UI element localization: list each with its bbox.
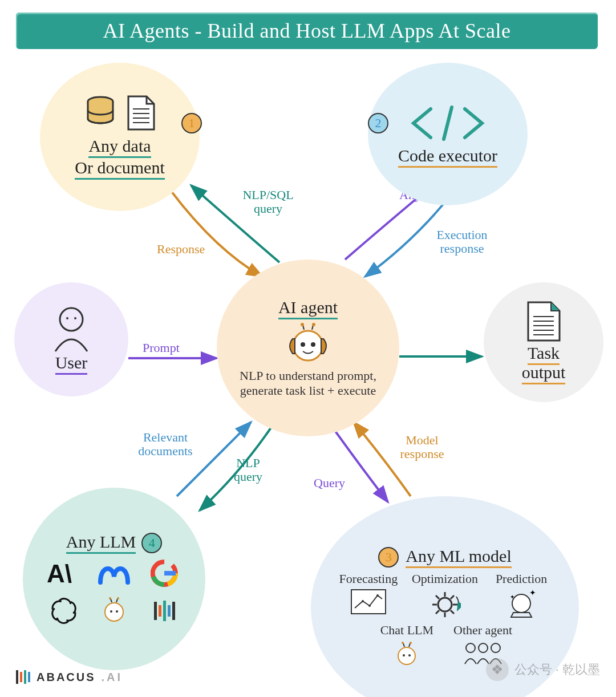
svg-rect-33 — [168, 605, 171, 617]
svg-point-39 — [438, 598, 452, 611]
svg-line-47 — [436, 610, 439, 614]
svg-point-36 — [362, 600, 364, 602]
ml-chat-llm: Chat LLM — [378, 623, 436, 668]
svg-line-5 — [444, 107, 452, 139]
svg-line-44 — [436, 595, 439, 599]
edge-response: Response — [157, 242, 205, 256]
ml-label: Any ML model — [406, 546, 512, 568]
document-icon — [125, 95, 157, 132]
edge-exec-response: Execution response — [425, 228, 499, 256]
svg-point-58 — [466, 643, 475, 653]
svg-line-46 — [451, 595, 454, 599]
svg-rect-34 — [172, 602, 175, 620]
user-icon — [48, 305, 94, 353]
node-data-label2: Or document — [75, 158, 164, 180]
edge-nlp-query: NLP query — [225, 456, 271, 484]
badge-3: 3 — [378, 547, 399, 568]
svg-rect-35 — [351, 590, 386, 614]
svg-point-6 — [293, 331, 323, 360]
node-task-output: Task output — [484, 282, 603, 402]
edge-nlp-sql-query: NLP/SQL query — [234, 188, 302, 216]
watermark: ❖ 公众号 · 乾以墨 — [486, 658, 600, 681]
node-data-label1: Any data — [88, 136, 151, 158]
svg-point-29 — [117, 597, 119, 599]
svg-point-57 — [410, 642, 412, 644]
svg-point-59 — [479, 643, 488, 653]
svg-point-53 — [408, 654, 411, 657]
svg-point-15 — [74, 317, 76, 319]
page-title: AI Agents - Build and Host LLM Apps At S… — [16, 13, 598, 49]
svg-point-12 — [312, 323, 315, 326]
edge-relevant-docs: Relevant documents — [125, 431, 205, 458]
badge-1: 1 — [181, 113, 202, 133]
node-any-llm: Any LLM 4 A\ — [23, 488, 205, 670]
node-code-label: Code executor — [398, 146, 497, 168]
svg-rect-32 — [163, 601, 166, 621]
edge-model-response: Model response — [388, 433, 456, 461]
footer-brand-suffix: .AI — [102, 671, 123, 684]
svg-point-25 — [116, 610, 118, 613]
google-logo-icon — [151, 560, 178, 587]
svg-text:A\: A\ — [47, 560, 72, 587]
node-data: Any data Or document 1 — [40, 63, 200, 211]
task-label2: output — [522, 363, 566, 384]
svg-point-8 — [311, 342, 315, 347]
svg-point-14 — [66, 317, 68, 319]
svg-point-56 — [402, 642, 404, 644]
user-label: User — [55, 353, 88, 375]
llm-label: Any LLM — [66, 532, 136, 554]
node-code-executor: Code executor 2 — [368, 63, 528, 205]
task-label1: Task — [528, 343, 560, 365]
svg-point-51 — [398, 647, 415, 664]
svg-point-28 — [109, 597, 111, 599]
svg-rect-63 — [24, 670, 26, 684]
svg-rect-30 — [154, 602, 157, 620]
watermark-text: 公众号 · 乾以墨 — [514, 661, 600, 678]
footer-brand: ABACUS.AI — [14, 668, 123, 686]
svg-line-55 — [409, 643, 410, 647]
ml-optimization: Optimization — [412, 572, 478, 621]
gear-icon — [429, 589, 461, 621]
database-icon — [83, 95, 117, 129]
svg-point-7 — [301, 342, 305, 347]
ml-prediction: Prediction ✦✦ — [488, 572, 554, 621]
meta-logo-icon — [96, 560, 132, 587]
svg-point-48 — [512, 594, 530, 613]
svg-point-38 — [376, 594, 379, 597]
mistral-logo-icon — [151, 597, 178, 625]
wechat-icon: ❖ — [486, 658, 509, 681]
svg-rect-62 — [20, 672, 22, 682]
page-icon — [525, 301, 562, 343]
svg-point-52 — [403, 654, 405, 657]
edge-prompt: Prompt — [143, 341, 180, 355]
svg-rect-31 — [159, 605, 161, 617]
node-user: User — [14, 282, 128, 396]
svg-text:✦: ✦ — [529, 589, 536, 597]
crystal-ball-icon: ✦✦ — [505, 589, 537, 621]
agent-title: AI agent — [278, 298, 338, 319]
svg-line-45 — [451, 610, 454, 614]
svg-rect-61 — [16, 670, 18, 684]
svg-point-37 — [368, 605, 371, 607]
svg-text:✦: ✦ — [510, 594, 514, 600]
node-ai-agent: AI agent NLP to understand prompt, gener… — [217, 260, 399, 436]
svg-rect-64 — [28, 672, 30, 682]
svg-point-11 — [301, 323, 304, 326]
abacus-bot-icon — [99, 596, 129, 626]
badge-2: 2 — [368, 113, 388, 133]
svg-point-13 — [60, 308, 83, 331]
code-icon — [405, 100, 491, 146]
svg-point-24 — [110, 610, 112, 613]
badge-4: 4 — [141, 533, 162, 553]
svg-line-26 — [111, 599, 112, 602]
edge-query: Query — [314, 476, 345, 490]
svg-point-60 — [491, 643, 500, 653]
svg-point-23 — [105, 603, 123, 621]
footer-brand-name: ABACUS — [37, 671, 96, 684]
abacus-logo-icon — [14, 668, 31, 686]
openai-logo-icon — [49, 596, 79, 626]
svg-line-54 — [403, 643, 404, 647]
anthropic-logo-icon: A\ — [47, 560, 81, 587]
chart-icon — [350, 589, 387, 615]
agent-desc: NLP to understand prompt, generate task … — [240, 368, 376, 399]
